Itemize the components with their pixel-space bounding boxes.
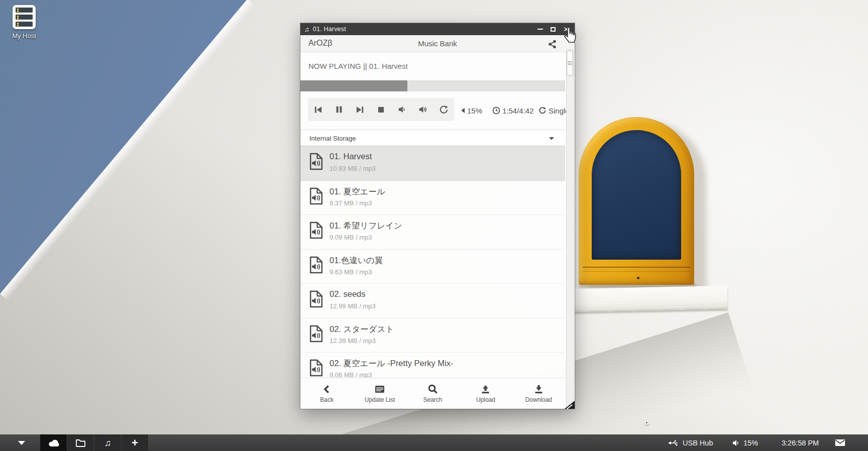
shortcut-label: My Host xyxy=(5,32,43,40)
taskbar-app-files[interactable] xyxy=(67,434,94,451)
footer-toolbar: Back Update List Search Upload Download xyxy=(300,378,565,409)
audio-file-icon xyxy=(309,290,323,308)
taskbar: ♫ + USB Hub 15% 3:26:58 PM xyxy=(0,434,868,451)
audio-file-icon xyxy=(309,187,323,205)
music-player-window: ♫ 01. Harvest ✕ ArOZβ Music Bank NOW PLA… xyxy=(300,23,575,409)
update-list-button[interactable]: Update List xyxy=(353,378,406,409)
track-size: 12.39 MB / mp3 xyxy=(330,337,376,345)
download-icon xyxy=(533,384,544,394)
window-sill xyxy=(571,286,728,312)
track-size: 9.37 MB / mp3 xyxy=(330,199,372,207)
volume-down-button[interactable] xyxy=(394,102,409,117)
pause-button[interactable] xyxy=(332,102,347,117)
track-row[interactable]: 01. Harvest 10.93 MB / mp3 xyxy=(300,146,565,181)
list-icon xyxy=(374,384,385,394)
search-button[interactable]: Search xyxy=(406,378,459,409)
track-row[interactable]: 01. 夏空エール 9.37 MB / mp3 xyxy=(300,181,565,215)
track-size: 12.99 MB / mp3 xyxy=(330,302,376,310)
track-size: 9.63 MB / mp3 xyxy=(330,268,372,276)
clock-icon xyxy=(492,106,500,115)
envelope-icon xyxy=(835,439,845,446)
share-icon xyxy=(547,39,558,50)
repeat-icon xyxy=(439,105,449,115)
progress-fill xyxy=(300,80,407,91)
volume-mini-icon xyxy=(460,107,465,114)
track-size: 9.09 MB / mp3 xyxy=(330,234,372,241)
scrollbar-thumb[interactable] xyxy=(567,51,573,76)
loop-mode-toggle[interactable]: Single xyxy=(538,91,570,130)
repeat-button[interactable] xyxy=(436,102,451,117)
track-title: 01. 夏空エール xyxy=(330,186,385,197)
system-volume-status[interactable]: 15% xyxy=(732,434,758,451)
storage-selector[interactable]: Internal Storage xyxy=(300,130,565,146)
back-icon xyxy=(322,384,332,394)
time-value: 1:54/4:42 xyxy=(502,106,534,115)
track-title: 02. seeds xyxy=(330,289,366,299)
track-title: 02. スターダスト xyxy=(330,324,394,335)
page-title: Music Bank xyxy=(300,39,575,48)
taskbar-mail-button[interactable] xyxy=(835,434,845,451)
stop-button[interactable] xyxy=(373,102,388,117)
audio-file-icon xyxy=(309,221,323,239)
window-titlebar[interactable]: ♫ 01. Harvest ✕ xyxy=(300,23,575,35)
previous-button[interactable] xyxy=(311,102,326,117)
chevron-down-icon xyxy=(549,137,554,140)
usb-hub-status[interactable]: USB Hub xyxy=(668,434,713,451)
track-row[interactable]: 02. 夏空エール -Pretty Perky Mix- 9.06 MB / m… xyxy=(300,353,565,378)
time-indicator: 1:54/4:42 xyxy=(492,91,534,130)
usb-hub-label: USB Hub xyxy=(683,439,713,447)
stop-icon xyxy=(377,105,385,114)
window-scrollbar[interactable] xyxy=(566,49,574,408)
track-row[interactable]: 01. 希望リフレイン 9.09 MB / mp3 xyxy=(300,215,565,250)
next-button[interactable] xyxy=(353,102,368,117)
volume-up-icon xyxy=(418,105,427,114)
app-header: ArOZβ Music Bank xyxy=(300,35,575,52)
track-title: 01. 希望リフレイン xyxy=(330,220,402,232)
loop-single-icon xyxy=(538,106,547,115)
folder-icon xyxy=(75,438,86,447)
speaker-icon xyxy=(732,439,740,446)
seek-bar[interactable] xyxy=(300,80,565,91)
close-icon: ✕ xyxy=(564,26,569,33)
now-playing-text: NOW PLAYING || 01. Harvest xyxy=(308,62,408,70)
audio-file-icon xyxy=(309,153,323,170)
upload-button[interactable]: Upload xyxy=(459,378,512,409)
taskbar-clock: 3:26:58 PM xyxy=(782,434,819,451)
track-row[interactable]: 01.色違いの翼 9.63 MB / mp3 xyxy=(300,250,565,284)
resize-handle[interactable] xyxy=(565,401,575,409)
volume-up-button[interactable] xyxy=(415,102,430,117)
plus-icon: + xyxy=(132,437,138,448)
track-title: 01. Harvest xyxy=(330,152,372,161)
usb-icon xyxy=(668,439,679,446)
taskbar-chevron-button[interactable] xyxy=(18,441,25,445)
now-playing-bar: NOW PLAYING || 01. Harvest xyxy=(300,52,565,80)
close-button[interactable]: ✕ xyxy=(560,23,573,35)
track-size: 9.06 MB / mp3 xyxy=(330,371,372,378)
taskbar-app-cloud[interactable] xyxy=(40,434,67,451)
taskbar-app-music[interactable]: ♫ xyxy=(94,434,121,451)
download-button[interactable]: Download xyxy=(512,378,565,409)
track-title: 01.色違いの翼 xyxy=(330,255,383,266)
shortcut-my-host[interactable]: My Host xyxy=(5,5,43,40)
minimize-button[interactable] xyxy=(533,23,547,35)
maximize-icon xyxy=(551,27,556,32)
search-icon xyxy=(427,384,438,394)
audio-file-icon xyxy=(309,325,323,343)
storage-selected-value: Internal Storage xyxy=(309,135,356,142)
window-title: 01. Harvest xyxy=(313,26,346,33)
upload-icon xyxy=(480,384,491,394)
maximize-button[interactable] xyxy=(547,23,560,35)
arched-window xyxy=(579,117,694,285)
track-row[interactable]: 02. seeds 12.99 MB / mp3 xyxy=(300,284,565,318)
back-button[interactable]: Back xyxy=(300,378,353,409)
volume-value: 15% xyxy=(467,106,482,115)
skip-previous-icon xyxy=(313,105,323,115)
nail xyxy=(645,421,649,425)
track-row[interactable]: 02. スターダスト 12.39 MB / mp3 xyxy=(300,318,565,353)
arched-window-glass xyxy=(592,130,681,260)
scrollbar-grip xyxy=(568,61,572,66)
music-note-icon: ♫ xyxy=(304,26,309,33)
transport-panel xyxy=(308,98,454,121)
share-button[interactable] xyxy=(547,39,558,50)
taskbar-app-add[interactable]: + xyxy=(122,434,148,451)
